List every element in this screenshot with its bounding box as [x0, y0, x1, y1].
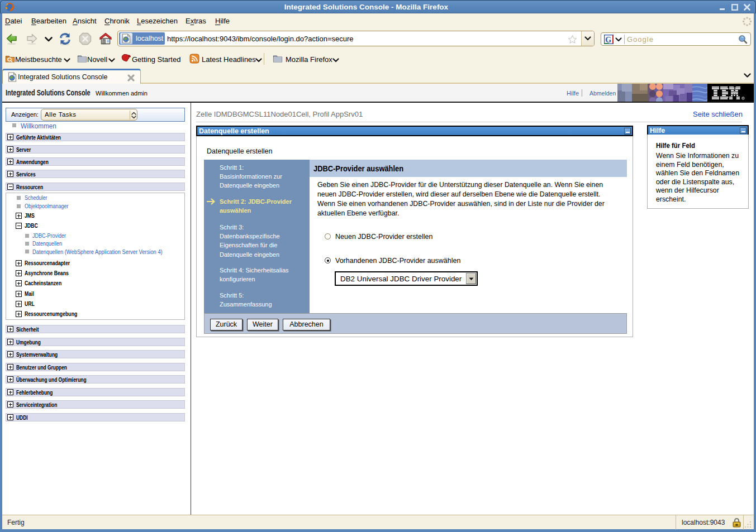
svg-text:G: G	[605, 36, 611, 44]
